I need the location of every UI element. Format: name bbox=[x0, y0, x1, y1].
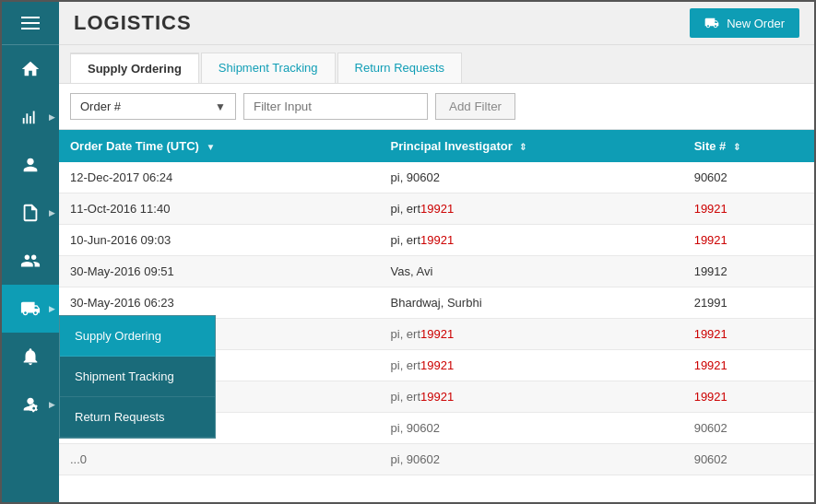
cell-pi: pi, 90602 bbox=[380, 444, 683, 475]
cell-pi: pi, ert19921 bbox=[380, 225, 683, 256]
sidebar-nav: ▶ ▶ ▶ bbox=[2, 45, 59, 502]
filter-select-value: Order # bbox=[80, 100, 121, 113]
pi-text: pi, ert bbox=[391, 327, 421, 341]
cell-order-date: 30-May-2016 06:23 bbox=[59, 287, 380, 319]
cell-site: 19921 bbox=[683, 381, 814, 413]
profile-icon bbox=[20, 155, 41, 175]
sidebar-dropdown-supply-ordering[interactable]: Supply Ordering bbox=[60, 316, 215, 357]
cell-site: 19921 bbox=[683, 225, 814, 256]
chart-icon bbox=[20, 107, 41, 127]
users-icon bbox=[20, 251, 41, 271]
cell-site: 19921 bbox=[683, 193, 814, 225]
table-row[interactable]: ...0pi, 9060290602 bbox=[59, 444, 814, 475]
pi-link[interactable]: 19921 bbox=[420, 390, 454, 404]
cell-order-date: ...0 bbox=[59, 444, 380, 475]
app-window: ▶ ▶ ▶ bbox=[0, 0, 816, 504]
pi-link[interactable]: 19921 bbox=[420, 327, 454, 341]
sidebar-item-profile[interactable] bbox=[2, 141, 59, 189]
pi-text: pi, ert bbox=[391, 202, 421, 216]
filter-bar: Order # ▼ Add Filter bbox=[59, 84, 814, 130]
truck-icon bbox=[20, 299, 41, 319]
chevron-right-icon: ▶ bbox=[49, 112, 55, 122]
pi-text: pi, ert bbox=[391, 358, 421, 372]
cell-pi: pi, ert19921 bbox=[380, 350, 683, 381]
bell-icon bbox=[20, 346, 41, 367]
sidebar-item-bell[interactable] bbox=[2, 333, 59, 381]
cell-site: 21991 bbox=[683, 287, 814, 319]
tab-return-requests[interactable]: Return Requests bbox=[337, 53, 463, 83]
cell-pi: pi, 90602 bbox=[380, 413, 683, 444]
sidebar-item-truck[interactable]: ▶ bbox=[2, 285, 59, 333]
sidebar-menu-toggle[interactable] bbox=[2, 2, 59, 45]
cell-pi: pi, 90602 bbox=[380, 162, 683, 193]
site-link[interactable]: 19921 bbox=[694, 327, 727, 341]
col-principal-investigator[interactable]: Principal Investigator ⇕ bbox=[380, 130, 683, 162]
col-site-num[interactable]: Site # ⇕ bbox=[683, 130, 814, 162]
sort-icon-date: ▼ bbox=[207, 142, 216, 152]
cell-site: 90602 bbox=[683, 413, 814, 444]
pi-link[interactable]: 19921 bbox=[420, 233, 454, 247]
new-order-label: New Order bbox=[727, 17, 785, 30]
sidebar-item-chart[interactable]: ▶ bbox=[2, 93, 59, 141]
sidebar-dropdown-return-requests[interactable]: Return Requests bbox=[60, 397, 215, 438]
cell-pi: pi, ert19921 bbox=[380, 381, 683, 413]
chevron-right-icon-4: ▶ bbox=[49, 400, 55, 409]
sidebar-dropdown: Supply Ordering Shipment Tracking Return… bbox=[59, 315, 216, 439]
pi-text: pi, ert bbox=[391, 233, 421, 247]
sidebar-item-users[interactable] bbox=[2, 237, 59, 285]
site-link[interactable]: 19921 bbox=[694, 358, 727, 372]
table-row[interactable]: 30-May-2016 09:51Vas, Avi19912 bbox=[59, 256, 814, 287]
cell-order-date: 12-Dec-2017 06:24 bbox=[59, 162, 380, 193]
cell-site: 19912 bbox=[683, 256, 814, 287]
pi-link[interactable]: 19921 bbox=[420, 202, 454, 216]
sort-icon-site: ⇕ bbox=[733, 142, 740, 152]
hamburger-icon[interactable] bbox=[21, 17, 40, 29]
cell-site: 19921 bbox=[683, 319, 814, 350]
col-order-date[interactable]: Order Date Time (UTC) ▼ bbox=[59, 130, 380, 162]
table-row[interactable]: 10-Jun-2016 09:03pi, ert1992119921 bbox=[59, 225, 814, 256]
site-link[interactable]: 19921 bbox=[694, 233, 727, 247]
sidebar: ▶ ▶ ▶ bbox=[2, 2, 59, 502]
header: LOGISTICS New Order bbox=[59, 2, 814, 45]
sidebar-item-document[interactable]: ▶ bbox=[2, 189, 59, 237]
page-title: LOGISTICS bbox=[74, 11, 192, 35]
cell-order-date: 30-May-2016 09:51 bbox=[59, 256, 380, 287]
filter-input[interactable] bbox=[243, 93, 428, 120]
tab-shipment-tracking[interactable]: Shipment Tracking bbox=[201, 53, 336, 83]
cell-pi: Bhardwaj, Surbhi bbox=[380, 287, 683, 319]
pi-text: pi, ert bbox=[391, 390, 421, 404]
tab-supply-ordering[interactable]: Supply Ordering bbox=[70, 53, 199, 83]
table-row[interactable]: 12-Dec-2017 06:24pi, 9060290602 bbox=[59, 162, 814, 193]
sidebar-item-home[interactable] bbox=[2, 45, 59, 93]
new-order-button[interactable]: New Order bbox=[690, 8, 799, 38]
cell-pi: pi, ert19921 bbox=[380, 193, 683, 225]
document-icon bbox=[20, 203, 41, 223]
cell-pi: Vas, Avi bbox=[380, 256, 683, 287]
site-link[interactable]: 19921 bbox=[694, 202, 727, 216]
chevron-right-icon-3: ▶ bbox=[49, 304, 55, 313]
cell-pi: pi, ert19921 bbox=[380, 319, 683, 350]
sort-icon-pi: ⇕ bbox=[519, 142, 526, 152]
chevron-down-icon: ▼ bbox=[215, 100, 226, 113]
chevron-right-icon-2: ▶ bbox=[49, 208, 55, 217]
sidebar-dropdown-shipment-tracking[interactable]: Shipment Tracking bbox=[60, 357, 215, 397]
filter-select[interactable]: Order # ▼ bbox=[70, 93, 236, 120]
add-filter-button[interactable]: Add Filter bbox=[435, 93, 515, 120]
cell-site: 19921 bbox=[683, 350, 814, 381]
sidebar-item-person-gear[interactable]: ▶ bbox=[2, 381, 59, 428]
cell-site: 90602 bbox=[683, 162, 814, 193]
home-icon bbox=[20, 59, 41, 79]
pi-link[interactable]: 19921 bbox=[420, 358, 454, 372]
site-link[interactable]: 19921 bbox=[694, 390, 727, 404]
cell-order-date: 10-Jun-2016 09:03 bbox=[59, 225, 380, 256]
cell-order-date: 11-Oct-2016 11:40 bbox=[59, 193, 380, 225]
truck-btn-icon bbox=[704, 16, 719, 30]
tabs-bar: Supply Ordering Shipment Tracking Return… bbox=[59, 45, 814, 84]
table-row[interactable]: 11-Oct-2016 11:40pi, ert1992119921 bbox=[59, 193, 814, 225]
table-row[interactable]: 30-May-2016 06:23Bhardwaj, Surbhi21991 bbox=[59, 287, 814, 319]
cell-site: 90602 bbox=[683, 444, 814, 475]
person-gear-icon bbox=[20, 394, 41, 415]
